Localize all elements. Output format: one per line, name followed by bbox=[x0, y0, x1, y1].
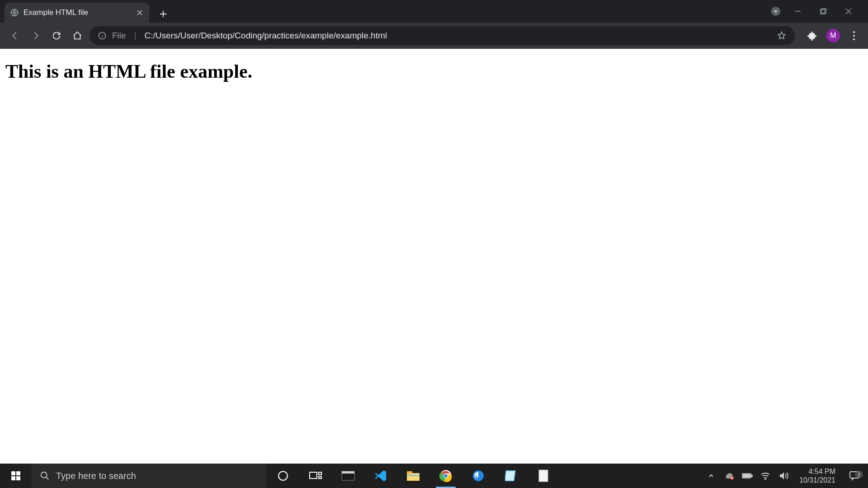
vscode-app-icon[interactable] bbox=[364, 464, 397, 488]
site-info-icon[interactable] bbox=[98, 31, 107, 40]
start-button[interactable] bbox=[0, 464, 32, 488]
extensions-icon[interactable] bbox=[805, 28, 820, 43]
extensions-area: M bbox=[798, 28, 862, 43]
clock-time: 4:54 PM bbox=[808, 467, 835, 476]
terminal-app-icon[interactable] bbox=[332, 464, 364, 488]
window-controls bbox=[760, 0, 868, 23]
action-center-badge: 2 bbox=[855, 471, 863, 478]
new-tab-button[interactable] bbox=[155, 5, 172, 23]
page-viewport[interactable]: This is an HTML file example. bbox=[0, 49, 868, 464]
tray-overflow-icon[interactable] bbox=[705, 470, 717, 482]
onedrive-tray-icon[interactable] bbox=[723, 470, 735, 482]
address-bar[interactable]: File | C:/Users/User/Desktop/Coding/prac… bbox=[90, 26, 795, 45]
svg-rect-6 bbox=[11, 476, 15, 480]
task-view-icon[interactable] bbox=[299, 464, 332, 488]
close-tab-icon[interactable] bbox=[136, 9, 144, 17]
url-scheme: File bbox=[112, 31, 126, 41]
chrome-menu-button[interactable] bbox=[846, 28, 862, 43]
battery-tray-icon[interactable] bbox=[741, 470, 753, 482]
browser-app-icon[interactable] bbox=[462, 464, 495, 488]
url-path: C:/Users/User/Desktop/Coding/practices/e… bbox=[145, 31, 387, 41]
taskbar-clock[interactable]: 4:54 PM 10/31/2021 bbox=[796, 467, 839, 484]
chrome-account-icon[interactable] bbox=[771, 7, 780, 16]
taskbar-search[interactable]: Type here to search bbox=[32, 464, 267, 488]
cortana-icon[interactable] bbox=[267, 464, 299, 488]
svg-point-19 bbox=[444, 474, 448, 478]
page-heading: This is an HTML file example. bbox=[0, 49, 868, 82]
svg-rect-7 bbox=[16, 476, 20, 480]
taskbar-pinned-apps bbox=[267, 464, 560, 488]
clock-date: 10/31/2021 bbox=[799, 476, 835, 484]
svg-rect-14 bbox=[342, 471, 354, 474]
action-center-icon[interactable]: 2 bbox=[845, 471, 863, 481]
svg-rect-12 bbox=[319, 477, 321, 479]
file-explorer-app-icon[interactable] bbox=[397, 464, 429, 488]
reload-button[interactable] bbox=[48, 27, 65, 44]
browser-toolbar: File | C:/Users/User/Desktop/Coding/prac… bbox=[0, 23, 868, 49]
svg-rect-15 bbox=[407, 473, 420, 481]
wifi-tray-icon[interactable] bbox=[760, 470, 771, 482]
minimize-window-icon[interactable] bbox=[790, 4, 806, 19]
browser-tab[interactable]: Example HTML file bbox=[5, 3, 149, 23]
svg-rect-22 bbox=[505, 471, 515, 480]
notepad-app-icon[interactable] bbox=[495, 464, 527, 488]
svg-rect-5 bbox=[16, 471, 20, 475]
windows-taskbar: Type here to search bbox=[0, 464, 868, 488]
volume-tray-icon[interactable] bbox=[778, 470, 789, 482]
search-icon bbox=[40, 471, 50, 481]
svg-rect-17 bbox=[407, 475, 420, 476]
tab-strip: Example HTML file bbox=[0, 0, 868, 23]
svg-rect-4 bbox=[11, 471, 15, 475]
profile-avatar[interactable]: M bbox=[826, 29, 840, 42]
svg-rect-11 bbox=[319, 472, 321, 475]
svg-point-9 bbox=[278, 471, 288, 480]
close-window-icon[interactable] bbox=[841, 4, 856, 19]
chrome-window-frame: Example HTML file bbox=[0, 0, 868, 49]
svg-rect-27 bbox=[743, 474, 750, 477]
kebab-icon bbox=[853, 31, 855, 40]
desktop-screen: Example HTML file bbox=[0, 0, 868, 488]
maximize-window-icon[interactable] bbox=[816, 4, 831, 19]
bookmark-star-icon[interactable] bbox=[777, 31, 787, 41]
forward-button[interactable] bbox=[27, 27, 44, 44]
svg-rect-26 bbox=[751, 475, 752, 477]
svg-rect-16 bbox=[407, 471, 412, 474]
svg-rect-10 bbox=[310, 472, 317, 479]
chrome-app-icon[interactable] bbox=[429, 464, 462, 488]
globe-icon bbox=[10, 8, 19, 17]
url-separator: | bbox=[132, 31, 139, 41]
system-tray: 4:54 PM 10/31/2021 2 bbox=[701, 464, 868, 488]
profile-initial: M bbox=[830, 32, 836, 40]
tab-title: Example HTML file bbox=[24, 8, 131, 17]
back-button[interactable] bbox=[6, 27, 24, 44]
taskbar-search-placeholder: Type here to search bbox=[56, 471, 136, 481]
home-button[interactable] bbox=[69, 27, 86, 44]
svg-point-8 bbox=[41, 472, 47, 478]
svg-point-28 bbox=[765, 479, 766, 480]
document-app-icon[interactable] bbox=[527, 464, 560, 488]
